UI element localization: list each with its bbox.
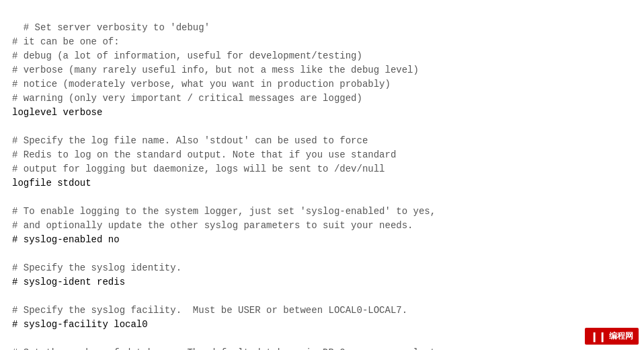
code-line-comment: # verbose (many rarely useful info, but … <box>12 65 419 75</box>
code-content: # Set server verbosity to 'debug' # it c… <box>0 0 644 350</box>
code-line-comment: # debug (a lot of information, useful fo… <box>12 50 362 61</box>
code-line-comment: # Specify the syslog identity. <box>12 262 182 273</box>
code-line-comment: # and optionally update the other syslog… <box>12 220 413 231</box>
code-line-comment: # notice (moderately verbose, what you w… <box>12 79 391 90</box>
code-line-directive: # syslog-facility local0 <box>12 319 148 330</box>
code-line-comment: # Redis to log on the standard output. N… <box>12 149 396 160</box>
code-line-comment: # Set the number of databases. The defau… <box>12 347 436 350</box>
code-line-comment: # Specify the syslog facility. Must be U… <box>12 305 407 316</box>
code-line-comment: # Set server verbosity to 'debug' <box>24 22 210 33</box>
code-line-directive: logfile stdout <box>12 178 91 188</box>
watermark-icon: ❙❙ <box>590 331 606 342</box>
code-line-directive: # syslog-ident redis <box>12 277 125 287</box>
watermark-text: 编程网 <box>609 330 633 342</box>
watermark: ❙❙ 编程网 <box>585 328 639 345</box>
code-line-comment: # output for logging but daemonize, logs… <box>12 164 385 174</box>
code-container: # Set server verbosity to 'debug' # it c… <box>0 0 644 350</box>
code-line-directive: loglevel verbose <box>12 107 102 118</box>
code-line-comment: # Specify the log file name. Also 'stdou… <box>12 135 368 146</box>
code-line-comment: # it can be one of: <box>12 36 120 47</box>
code-line-directive: # syslog-enabled no <box>12 234 120 245</box>
code-line-comment: # warning (only very important / critica… <box>12 93 362 104</box>
code-line-comment: # To enable logging to the system logger… <box>12 206 436 217</box>
